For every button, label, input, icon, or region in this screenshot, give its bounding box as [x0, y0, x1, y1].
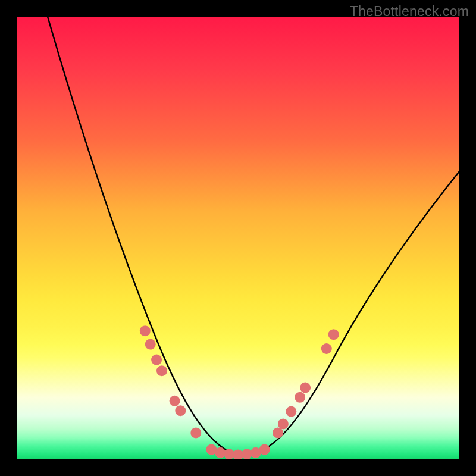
plot-area [17, 17, 459, 459]
data-marker [286, 406, 296, 417]
data-marker [321, 343, 332, 354]
curve-layer [17, 17, 459, 459]
bottleneck-curve [48, 17, 459, 455]
data-marker [259, 444, 270, 455]
data-marker [140, 325, 151, 336]
data-marker [295, 392, 305, 403]
data-marker [190, 427, 201, 438]
watermark-text: TheBottleneck.com [350, 4, 469, 20]
data-marker [170, 396, 180, 406]
data-marker [300, 383, 311, 393]
data-marker [175, 405, 186, 416]
data-marker [328, 329, 339, 340]
data-marker [278, 419, 289, 430]
data-marker [156, 365, 167, 376]
marker-group [140, 325, 339, 459]
chart-frame: TheBottleneck.com [0, 0, 476, 476]
data-marker [151, 355, 162, 365]
data-marker [145, 339, 156, 350]
